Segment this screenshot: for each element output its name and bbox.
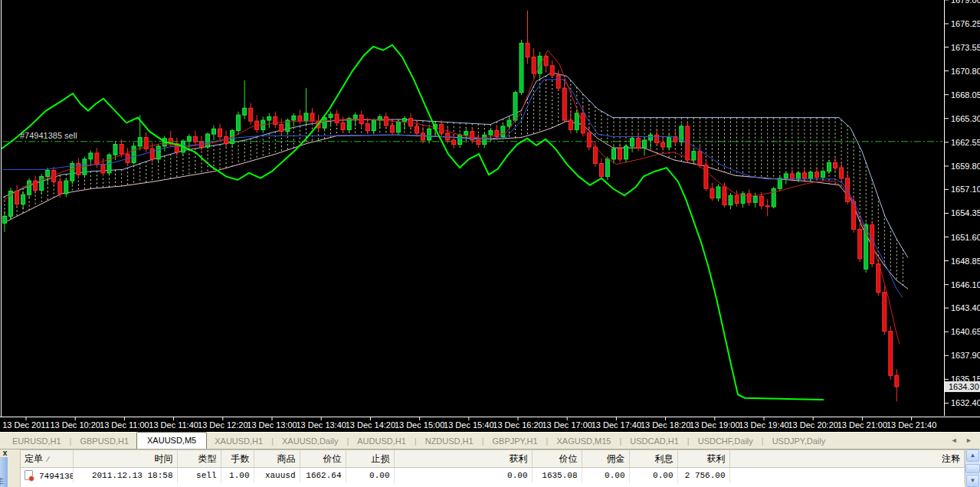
chart-tab-usdcad-h1[interactable]: USDCAD,H1	[622, 434, 687, 449]
candle-body	[193, 137, 197, 142]
order-cell-3: 1.00	[221, 468, 254, 484]
time-label: 13 Dec 15:40	[444, 420, 493, 430]
price-label: 1648.85	[951, 257, 980, 266]
time-label: 13 Dec 18:20	[641, 420, 690, 430]
scroll-thumb[interactable]	[965, 464, 980, 473]
order-cell-11: 2 756.00	[677, 468, 729, 484]
chart-tab-gbpusd-h1[interactable]: GBPUSD,H1	[72, 434, 136, 449]
time-label: 13 Dec 21:00	[837, 420, 887, 430]
chart-tab-xagusd-m15[interactable]: XAGUSD,M15	[549, 434, 618, 449]
price-label: 1673.55	[951, 43, 980, 52]
candle-body	[710, 188, 714, 198]
candle-body	[532, 57, 536, 74]
time-label: 13 Dec 11:40	[149, 420, 198, 430]
order-cell-7: 0.00	[394, 468, 532, 484]
column-header-10[interactable]: 利息	[629, 450, 677, 468]
chart-tab-usdjpy-daily[interactable]: USDJPY,Daily	[765, 434, 834, 449]
candle-body	[446, 133, 450, 140]
column-header-0[interactable]: 定单∕	[21, 450, 73, 468]
candle-body	[753, 196, 757, 202]
column-header-5[interactable]: 价位	[300, 450, 346, 468]
orders-header-row: 定单∕时间类型手数商品价位止损获利价位佣金利息获利注释	[21, 450, 965, 468]
terminal-side-fragment: 非	[0, 476, 4, 487]
order-cell-8: 1635.08	[532, 468, 582, 484]
column-header-1[interactable]: 时间	[73, 450, 177, 468]
order-row[interactable]: 749413852011.12.13 18:58sell1.00xauusd16…	[21, 468, 965, 484]
candle-body	[729, 195, 733, 204]
candle-body	[643, 140, 647, 148]
order-sell-icon	[25, 470, 33, 480]
price-label: 1670.80	[951, 67, 980, 76]
chart-tab-xauusd-m5[interactable]: XAUUSD,M5	[136, 432, 207, 449]
chart-tab-nzdusd-h1[interactable]: NZDUSD,H1	[418, 434, 481, 449]
candle-body	[206, 134, 210, 147]
candle-body	[464, 132, 468, 136]
chart-tab-gbpjpy-h1[interactable]: GBPJPY,H1	[485, 434, 546, 449]
column-header-11[interactable]: 获利	[677, 450, 729, 468]
candle-body	[858, 229, 862, 258]
candle-body	[544, 56, 548, 65]
orders-table: 定单∕时间类型手数商品价位止损获利价位佣金利息获利注释749413852011.…	[21, 450, 965, 483]
column-header-4[interactable]: 商品	[254, 450, 300, 468]
candle-body	[716, 187, 720, 198]
terminal-side-strip[interactable]: 非	[0, 457, 8, 487]
candle-body	[113, 145, 117, 155]
candle-body	[415, 126, 419, 133]
scroll-up-icon[interactable]: ▲	[966, 449, 979, 462]
time-label: 13 Dec 16:20	[493, 420, 542, 430]
tab-scroll-left-icon[interactable]: ◄	[948, 436, 961, 444]
column-header-7[interactable]: 获利	[394, 450, 532, 468]
candle-body	[569, 120, 572, 129]
candle-body	[341, 123, 345, 129]
candle-body	[846, 178, 850, 202]
candle-body	[225, 137, 228, 144]
chart-tab-usdchf-daily[interactable]: USDCHF,Daily	[690, 434, 761, 449]
column-header-8[interactable]: 价位	[532, 450, 582, 468]
candle-body	[513, 93, 517, 120]
column-header-9[interactable]: 佣金	[582, 450, 629, 468]
order-cell-1: 2011.12.13 18:58	[73, 468, 177, 484]
chart-tab-xauusd-h1[interactable]: XAUUSD,H1	[207, 434, 270, 449]
candle-body	[661, 142, 665, 147]
price-label: 1643.40	[951, 303, 980, 312]
candle-body	[138, 138, 142, 146]
trading-terminal-window: #74941385 sell1679.001676.251673.551670.…	[0, 0, 980, 487]
candle-body	[778, 178, 782, 189]
candle-body	[667, 137, 671, 148]
column-header-12[interactable]: 注释	[729, 450, 965, 468]
price-label: 1679.00	[951, 0, 980, 5]
time-label: 13 Dec 14:20	[346, 420, 395, 430]
chart-tab-audusd-h1[interactable]: AUDUSD,H1	[349, 434, 414, 449]
order-cell-10: 0.00	[629, 468, 677, 484]
column-header-3[interactable]: 手数	[221, 450, 254, 468]
column-header-2[interactable]: 类型	[177, 450, 221, 468]
candle-body	[329, 114, 333, 118]
terminal-scrollbar[interactable]: ▲ ▼	[965, 449, 980, 487]
chart-tab-xauusd-daily[interactable]: XAUUSD,Daily	[274, 434, 346, 449]
candle-body	[64, 181, 68, 194]
scroll-down-icon[interactable]: ▼	[966, 475, 979, 487]
time-label: 13 Dec 19:00	[690, 420, 739, 430]
candle-body	[421, 133, 425, 140]
price-chart[interactable]: #74941385 sell1679.001676.251673.551670.…	[0, 0, 980, 432]
candle-body	[889, 332, 893, 376]
time-label: 13 Dec 2011	[2, 420, 50, 430]
price-label: 1665.30	[951, 114, 980, 123]
candle-body	[704, 165, 708, 189]
order-cell-12	[729, 468, 965, 484]
candle-body	[237, 115, 241, 130]
candle-body	[883, 293, 887, 332]
tab-scroll-right-icon[interactable]: ►	[962, 436, 975, 444]
time-label: 13 Dec 10:20	[50, 420, 100, 430]
candle-body	[828, 162, 831, 171]
column-header-6[interactable]: 止损	[346, 450, 394, 468]
candle-body	[428, 129, 431, 140]
chart-tab-eurusd-h1[interactable]: EURUSD,H1	[5, 434, 69, 449]
candle-body	[378, 117, 382, 121]
candle-body	[335, 114, 339, 123]
candle-body	[483, 135, 487, 144]
candle-body	[759, 196, 763, 205]
candle-body	[765, 206, 769, 207]
time-axis: 13 Dec 201113 Dec 10:2013 Dec 11:0013 De…	[0, 417, 980, 432]
order-label: #74941385 sell	[20, 131, 77, 140]
